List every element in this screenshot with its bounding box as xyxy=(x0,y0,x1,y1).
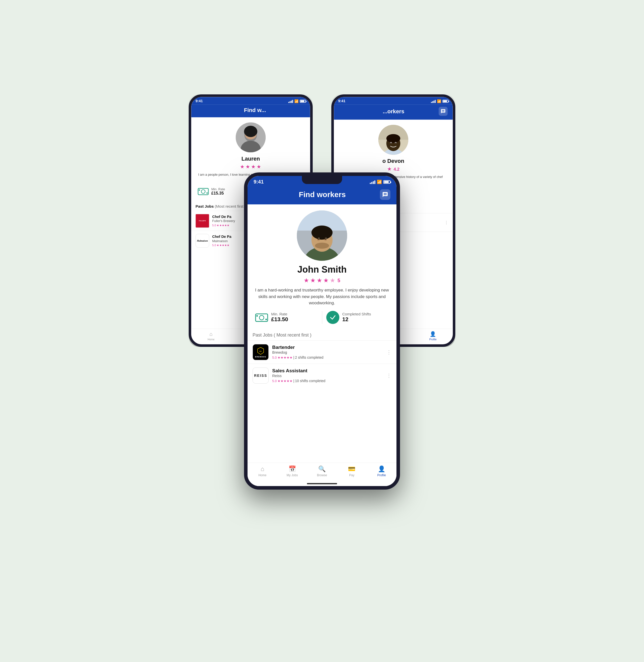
svg-rect-6 xyxy=(198,188,208,195)
svg-point-8 xyxy=(199,189,200,191)
svg-point-17 xyxy=(312,225,332,240)
nav-profile-right[interactable]: 👤 Profile xyxy=(413,331,453,341)
star4: ★ xyxy=(257,163,261,170)
job-stars-center-2: 5.0 ★★★★★ | 10 shifts completed xyxy=(272,379,383,383)
header-title-left: Find w... xyxy=(205,107,305,113)
bio-center: I am a hard-working and trustworthy empl… xyxy=(253,287,391,306)
job-card-center-2[interactable]: REISS Sales Assistant Reiss 5.0 ★★★★★ | … xyxy=(248,364,396,387)
stats-row-center: Min. Rate £13.50 xyxy=(253,311,391,324)
job-company-center-1: Brewdog xyxy=(272,350,383,354)
svg-rect-25 xyxy=(256,314,268,322)
home-icon-center: ⌂ xyxy=(261,465,264,472)
battery-icon-center xyxy=(383,180,390,184)
avatar-center xyxy=(297,211,347,261)
wifi-icon: 📶 xyxy=(294,99,299,103)
malmaison-logo: Malmaison xyxy=(196,234,209,247)
svg-point-43 xyxy=(396,142,396,143)
time-right: 9:41 xyxy=(338,99,345,104)
chat-button-right[interactable] xyxy=(439,107,448,116)
worker-name-center: John Smith xyxy=(297,264,347,275)
app-header-left: Find w... xyxy=(191,105,310,117)
nav-home-label-left: Home xyxy=(208,338,214,341)
job-title-center-1: Bartender xyxy=(272,345,383,350)
profile-icon-center: 👤 xyxy=(378,465,385,472)
star-c1: ★ xyxy=(304,277,309,284)
star-c2: ★ xyxy=(310,277,316,284)
star3: ★ xyxy=(251,163,256,170)
home-indicator-center xyxy=(248,481,396,486)
svg-point-41 xyxy=(395,142,396,144)
nav-browse-label-center: Browse xyxy=(317,473,327,477)
star-c5: ★ xyxy=(330,277,335,284)
job-stars-center-1: 5.0 ★★★★★ | 2 shifts completed xyxy=(272,355,383,359)
status-bar-right: 9:41 📶 xyxy=(334,97,453,105)
job-title-center-2: Sales Assistant xyxy=(272,368,383,374)
job-shifts-center-2: 10 shifts completed xyxy=(295,379,325,383)
job-card-center-1[interactable]: BD BREWDOG Bartender Brewdog 5.0 ★★★★★ |… xyxy=(248,340,396,364)
home-icon: ⌂ xyxy=(210,331,212,337)
svg-point-28 xyxy=(266,319,267,320)
past-jobs-header-center: Past Jobs ( Most recent first ) xyxy=(248,332,396,340)
rating-num-right: 4.2 xyxy=(393,167,399,172)
brewdog-logo: BD BREWDOG xyxy=(253,344,269,360)
check-icon-center xyxy=(326,311,339,324)
job-info-center-2: Sales Assistant Reiss 5.0 ★★★★★ | 10 shi… xyxy=(272,368,383,383)
shifts-label-center: Completed Shifts xyxy=(342,312,371,316)
rate-label-left: Min. Rate xyxy=(211,187,225,191)
profile-section-center: John Smith ★ ★ ★ ★ ★ 5 I am a hard-worki… xyxy=(248,204,396,332)
svg-point-7 xyxy=(201,190,205,193)
svg-point-24 xyxy=(326,238,326,239)
spacer xyxy=(248,387,396,392)
nav-home-center[interactable]: ⌂ Home xyxy=(248,465,277,477)
more-button-right-1[interactable]: ⋮ xyxy=(444,220,448,224)
time-center: 9:41 xyxy=(254,179,263,185)
nav-pay-label-center: Pay xyxy=(349,473,354,477)
nav-home-left[interactable]: ⌂ Home xyxy=(191,331,231,341)
svg-point-40 xyxy=(390,142,391,144)
nav-browse-center[interactable]: 🔍 Browse xyxy=(307,465,337,477)
status-icons-center: 📶 xyxy=(370,179,390,184)
svg-point-42 xyxy=(391,142,391,143)
signal-icon xyxy=(288,100,293,103)
nav-profile-center[interactable]: 👤 Profile xyxy=(367,465,396,477)
nav-pay-center[interactable]: 💳 Pay xyxy=(337,465,367,477)
svg-point-20 xyxy=(315,243,329,249)
pay-icon-center: 💳 xyxy=(348,465,355,472)
app-header-center: Find workers xyxy=(248,187,396,204)
svg-point-5 xyxy=(244,127,257,137)
status-icons-left: 📶 xyxy=(288,99,306,103)
nav-home-label-center: Home xyxy=(258,473,267,477)
header-title-right: ...orkers xyxy=(348,108,439,114)
more-button-center-2[interactable]: ⋮ xyxy=(386,373,391,378)
svg-text:BD: BD xyxy=(259,351,262,352)
signal-icon-right xyxy=(431,100,436,103)
nav-myjobs-label-center: My Jobs xyxy=(286,473,298,477)
calendar-icon-center: 📅 xyxy=(289,465,296,472)
status-bar-left: 9:41 📶 xyxy=(191,97,310,105)
rate-label-center: Min. Rate xyxy=(271,312,288,316)
star1: ★ xyxy=(240,163,245,170)
stars-row-right: ★ 4.2 xyxy=(387,166,399,172)
profile-icon-right: 👤 xyxy=(430,331,436,337)
wifi-icon-center: 📶 xyxy=(377,179,382,184)
avatar-left xyxy=(236,122,266,152)
app-header-right: ...orkers xyxy=(334,105,453,120)
svg-point-27 xyxy=(256,315,258,317)
svg-point-23 xyxy=(319,238,320,239)
worker-name-right: o Devon xyxy=(382,158,404,164)
star-c3: ★ xyxy=(317,277,322,284)
worker-name-left: Lauren xyxy=(242,155,260,162)
svg-point-21 xyxy=(317,238,320,240)
job-info-center-1: Bartender Brewdog 5.0 ★★★★★ | 2 shifts c… xyxy=(272,345,383,359)
svg-point-26 xyxy=(259,315,264,320)
svg-text:FULLER'S: FULLER'S xyxy=(199,220,206,221)
chat-button[interactable] xyxy=(380,189,390,200)
job-shifts-center-1: 2 shifts completed xyxy=(295,355,323,359)
notch-center xyxy=(302,176,342,184)
battery-icon-right xyxy=(442,100,448,103)
nav-myjobs-center[interactable]: 📅 My Jobs xyxy=(277,465,307,477)
phone-screen-center: 9:41 📶 Find workers xyxy=(248,176,396,486)
stat-rate-center: Min. Rate £13.50 xyxy=(255,311,318,324)
more-button-center-1[interactable]: ⋮ xyxy=(386,350,391,355)
rate-value-left: £15.35 xyxy=(211,191,225,196)
